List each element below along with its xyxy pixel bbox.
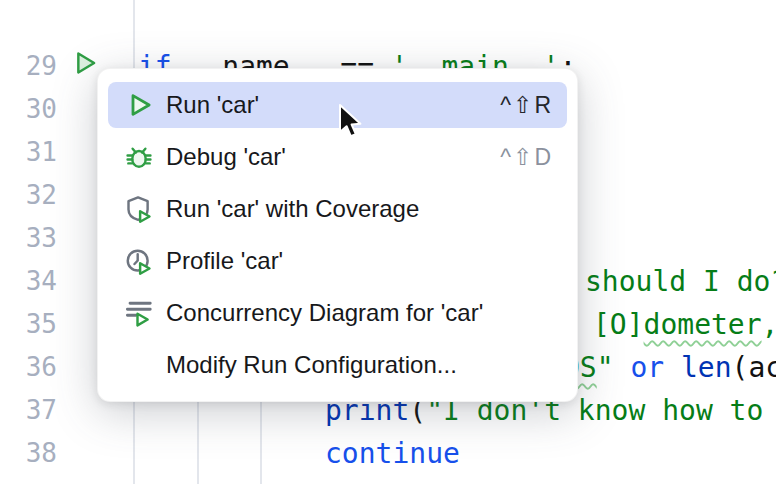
line-number: 39 (0, 475, 57, 484)
run-with-coverage-icon (124, 194, 154, 224)
menu-item-modify-run-configuration[interactable]: Modify Run Configuration... (108, 342, 567, 388)
code-text[interactable]: should I do? (585, 260, 776, 303)
menu-item-concurrency-diagram[interactable]: Concurrency Diagram for 'car' (108, 290, 567, 336)
menu-item-label: Profile 'car' (166, 247, 553, 275)
code-text[interactable]: [O]dometer, (593, 303, 776, 346)
debug-icon (124, 142, 154, 172)
code-text[interactable]: continue (325, 432, 460, 475)
menu-item-label: Concurrency Diagram for 'car' (166, 299, 553, 327)
gutter-run-icon[interactable] (71, 49, 99, 77)
menu-item-label: Run 'car' (166, 91, 500, 119)
menu-item-label: Run 'car' with Coverage (166, 195, 553, 223)
menu-item-shortcut: ^⇧R (500, 92, 553, 119)
editor-line-39: 39 continue (0, 432, 776, 475)
menu-item-shortcut: ^⇧D (500, 144, 553, 171)
menu-item-profile[interactable]: Profile 'car' (108, 238, 567, 284)
menu-item-run-with-coverage[interactable]: Run 'car' with Coverage (108, 186, 567, 232)
menu-item-label: Debug 'car' (166, 143, 500, 171)
menu-item-label: Modify Run Configuration... (166, 351, 553, 379)
editor-line-29: 29 (0, 2, 776, 45)
profile-icon (124, 246, 154, 276)
mouse-cursor-icon (337, 103, 365, 143)
run-icon (124, 90, 154, 120)
concurrency-diagram-icon (124, 298, 154, 328)
code-text[interactable]: OS" or len(ac (563, 346, 776, 389)
